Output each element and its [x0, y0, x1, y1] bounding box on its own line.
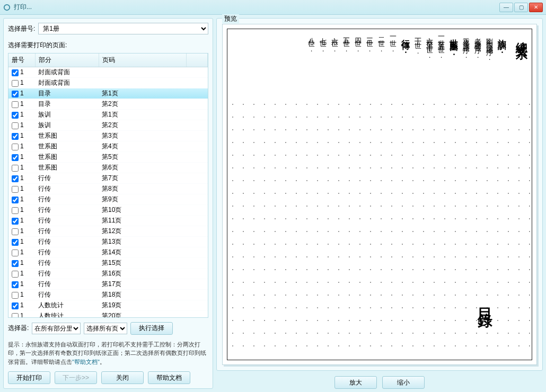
exec-select-button[interactable]: 执行选择	[130, 322, 173, 335]
window-title: 打印...	[14, 3, 32, 12]
close-window-button[interactable]: ✕	[529, 3, 543, 12]
row-check[interactable]	[12, 154, 19, 161]
row-section: 行传	[35, 184, 99, 194]
table-row[interactable]: 1行传第16页	[8, 269, 208, 279]
preview-col: 一世至五世 ·	[436, 32, 446, 65]
row-section: 人数统计	[35, 300, 99, 311]
table-row[interactable]: 1族训第1页	[8, 110, 208, 120]
row-check[interactable]	[12, 281, 19, 288]
row-check[interactable]	[12, 260, 19, 267]
preview-col: 一世 ·	[388, 32, 398, 65]
table-row[interactable]: 1行传第13页	[8, 237, 208, 247]
selector-pages[interactable]: 选择所有页	[84, 323, 127, 334]
table-row[interactable]: 1人数统计第19页	[8, 300, 208, 311]
table-row[interactable]: 1世系图第5页	[8, 152, 208, 163]
maximize-button[interactable]: ▢	[514, 3, 528, 12]
row-check[interactable]	[12, 292, 19, 299]
row-check[interactable]	[12, 144, 19, 150]
close-button[interactable]: 关闭	[101, 371, 144, 384]
table-row[interactable]: 1行传第12页	[8, 226, 208, 237]
table-row[interactable]: 1行传第11页	[8, 216, 208, 226]
row-section: 行传	[35, 173, 99, 184]
start-print-button[interactable]: 开始打印	[8, 371, 50, 384]
row-check[interactable]	[12, 207, 19, 214]
col-page[interactable]: 页码	[99, 54, 187, 67]
row-check[interactable]	[12, 302, 19, 309]
table-row[interactable]: 1行传第8页	[8, 184, 208, 194]
preview-columns: 總支系族訓 ·劉氏源流總序 ·老族譜舊序 ·重修族譜序 ·世系圖 ·一世至五世 …	[306, 32, 530, 65]
row-section: 行传	[35, 247, 99, 258]
table-row[interactable]: 1行传第10页	[8, 205, 208, 216]
preview-group: 预览 總支系族訓 ·劉氏源流總序 ·老族譜舊序 ·重修族譜序 ·世系圖 ·一世至…	[216, 18, 543, 371]
row-section: 目录	[35, 88, 99, 99]
row-section: 行传	[35, 279, 99, 290]
row-page: 第20页	[99, 311, 187, 318]
row-check[interactable]	[12, 239, 19, 246]
row-check[interactable]	[12, 271, 19, 278]
col-vol[interactable]: 册号	[8, 54, 35, 67]
row-check[interactable]	[12, 133, 19, 140]
row-check[interactable]	[12, 165, 19, 172]
zoom-out-button[interactable]: 缩小	[382, 376, 425, 389]
table-row[interactable]: 1世系图第4页	[8, 141, 208, 152]
table-row[interactable]: 1行传第14页	[8, 247, 208, 258]
row-page: 第16页	[99, 269, 187, 279]
table-row[interactable]: 1行传第15页	[8, 258, 208, 269]
title-bar: 打印... — ▢ ✕	[0, 0, 546, 15]
table-row[interactable]: 1封面或背面	[8, 67, 208, 78]
table-row[interactable]: 1族训第2页	[8, 120, 208, 131]
table-row[interactable]: 1目录第1页	[8, 88, 208, 99]
table-row[interactable]: 1行传第17页	[8, 279, 208, 290]
row-check[interactable]	[12, 250, 19, 256]
preview-col: 重修族譜序 ·	[461, 32, 471, 65]
selector-label: 选择器:	[8, 324, 29, 333]
table-row[interactable]: 1世系图第6页	[8, 163, 208, 173]
row-check[interactable]	[12, 80, 19, 87]
row-check[interactable]	[12, 69, 19, 76]
preview-col: 六世至十世 ·	[425, 32, 434, 65]
table-row[interactable]: 1世系图第3页	[8, 131, 208, 141]
col-spacer	[187, 54, 208, 67]
table-row[interactable]: 1封面或背面	[8, 78, 208, 88]
next-button[interactable]: 下一步>>	[55, 371, 97, 384]
help-doc-button[interactable]: 帮助文档	[148, 371, 190, 384]
row-page: 第18页	[99, 290, 187, 300]
row-page	[99, 67, 187, 78]
row-check[interactable]	[12, 91, 19, 97]
row-section: 目录	[35, 99, 99, 110]
row-page: 第5页	[99, 152, 187, 163]
zoom-in-button[interactable]: 放大	[334, 376, 377, 389]
col-section[interactable]: 部分	[35, 54, 99, 67]
pages-table-wrap[interactable]: 册号 部分 页码 1封面或背面1封面或背面1目录第1页1目录第2页1族训第1页1…	[8, 53, 208, 318]
row-section: 行传	[35, 290, 99, 300]
row-check[interactable]	[12, 112, 19, 119]
row-check[interactable]	[12, 122, 19, 129]
table-row[interactable]: 1人数统计第20页	[8, 311, 208, 318]
row-section: 行传	[35, 194, 99, 205]
preview-col: 劉氏源流總序 ·	[485, 32, 494, 65]
table-row[interactable]: 1目录第2页	[8, 99, 208, 110]
app-icon	[3, 4, 11, 11]
selector-scope[interactable]: 在所有部分里	[32, 323, 81, 334]
row-check[interactable]	[12, 218, 19, 225]
preview-big-header: 總支系	[514, 32, 530, 65]
volume-select[interactable]: 第1册	[38, 23, 208, 34]
row-section: 行传	[35, 205, 99, 216]
minimize-button[interactable]: —	[499, 3, 513, 12]
row-check[interactable]	[12, 101, 19, 108]
row-check[interactable]	[12, 175, 19, 182]
row-check[interactable]	[12, 186, 19, 193]
row-check[interactable]	[12, 228, 19, 235]
table-row[interactable]: 1行传第7页	[8, 173, 208, 184]
table-row[interactable]: 1行传第9页	[8, 194, 208, 205]
row-check[interactable]	[12, 313, 19, 318]
pages-label: 选择需要打印的页面:	[8, 41, 208, 50]
row-page: 第15页	[99, 258, 187, 269]
row-page: 第9页	[99, 194, 187, 205]
row-page: 第1页	[99, 110, 187, 120]
preview-col: 五世 ·	[341, 32, 351, 65]
table-row[interactable]: 1行传第18页	[8, 290, 208, 300]
row-check[interactable]	[12, 197, 19, 203]
row-section: 世系图	[35, 163, 99, 173]
hint-help-link[interactable]: "帮助文档"	[72, 359, 100, 365]
